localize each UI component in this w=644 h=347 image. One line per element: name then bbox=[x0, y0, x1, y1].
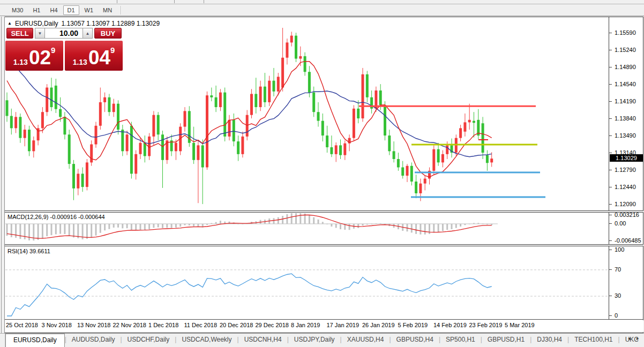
candle-body bbox=[130, 126, 133, 174]
symbol-tab-gbpusd-h1[interactable]: GBPUSD,H1 bbox=[482, 334, 530, 346]
candle-body bbox=[259, 87, 262, 107]
symbol-tab-usdchf-daily[interactable]: USDCHF,Daily bbox=[122, 334, 175, 346]
price-axis-label: 1.14190 bbox=[615, 98, 636, 104]
price-axis[interactable]: 1.155901.152401.148901.145401.141901.138… bbox=[609, 17, 644, 319]
sell-price-big: 02 bbox=[29, 50, 51, 66]
tab-scroll-left-icon[interactable]: ◂ bbox=[628, 336, 631, 341]
symbol-tab-usdjpy-daily[interactable]: USDJPY,Daily bbox=[289, 334, 340, 346]
candle-body bbox=[482, 123, 484, 153]
sell-button[interactable]: SELL bbox=[6, 28, 33, 39]
candle-body bbox=[286, 42, 288, 57]
macd-histogram-bar bbox=[451, 224, 453, 229]
macd-histogram-bar bbox=[55, 224, 57, 235]
macd-histogram-bar bbox=[335, 224, 337, 228]
top-toolbar-strip bbox=[0, 0, 644, 4]
candle-body bbox=[113, 104, 115, 112]
candle-body bbox=[268, 81, 271, 102]
candle-body bbox=[468, 120, 471, 123]
candle-body bbox=[304, 56, 306, 72]
one-click-trade-panel: SELL ▼ 10.00 ▲ BUY 1.13 02 9 1.13 04 9 bbox=[5, 28, 123, 71]
left-groove-line bbox=[1, 17, 2, 333]
time-axis[interactable]: 25 Oct 20183 Nov 201813 Nov 201822 Nov 2… bbox=[5, 320, 643, 332]
candle-body bbox=[201, 145, 204, 167]
symbol-tab-usdcad-weekly[interactable]: USDCAD,Weekly bbox=[176, 334, 237, 346]
candle-body bbox=[41, 112, 44, 128]
candle-body bbox=[419, 184, 422, 193]
axis-tick bbox=[609, 187, 612, 187]
macd-histogram-bar bbox=[100, 224, 101, 233]
sell-price-box[interactable]: 1.13 02 9 bbox=[5, 41, 63, 71]
candle-body bbox=[277, 77, 280, 91]
macd-histogram-bar bbox=[162, 224, 163, 228]
candle-body bbox=[32, 140, 35, 151]
candle-body bbox=[59, 109, 62, 117]
macd-histogram-bar bbox=[469, 224, 470, 224]
volume-input[interactable]: 10.00 bbox=[44, 28, 83, 39]
symbol-tab-sp500-h1[interactable]: SP500,H1 bbox=[440, 334, 481, 346]
macd-histogram-bar bbox=[433, 224, 435, 232]
symbol-tab-gbpusd-h4[interactable]: GBPUSD,H4 bbox=[391, 334, 439, 346]
time-axis-label: 8 Jan 2019 bbox=[291, 322, 320, 328]
candle-body bbox=[317, 112, 320, 120]
timeframe-button-m30[interactable]: M30 bbox=[8, 5, 27, 15]
rsi-line bbox=[7, 274, 492, 316]
rsi-axis-label: 100 bbox=[615, 246, 624, 253]
macd-histogram-bar bbox=[19, 224, 21, 239]
volume-up-button[interactable]: ▲ bbox=[83, 28, 93, 39]
symbol-tab-xauusd-h4[interactable]: XAUUSD,H4 bbox=[342, 334, 390, 346]
macd-histogram-bar bbox=[340, 224, 341, 229]
axis-tick bbox=[609, 153, 612, 153]
timeframe-button-w1[interactable]: W1 bbox=[80, 5, 98, 15]
chart-header: ▲ EURUSD,Daily 1.13057 1.13097 1.12889 1… bbox=[8, 20, 160, 27]
price-axis-label: 1.12090 bbox=[615, 201, 636, 207]
price-axis-label: 1.15590 bbox=[615, 29, 636, 36]
macd-histogram-bar bbox=[148, 224, 150, 229]
macd-histogram-bar bbox=[113, 224, 115, 228]
price-axis-label: 1.14890 bbox=[615, 64, 636, 70]
candle-body bbox=[343, 144, 346, 155]
tab-bar-stub bbox=[0, 334, 5, 347]
time-axis-label: 22 Nov 2018 bbox=[113, 322, 146, 328]
macd-histogram-bar bbox=[211, 223, 212, 224]
pane-divider-rsi[interactable] bbox=[5, 244, 643, 246]
timeframe-button-h4[interactable]: H4 bbox=[46, 5, 62, 15]
pane-divider-macd[interactable] bbox=[5, 210, 643, 213]
candle-body bbox=[95, 126, 98, 145]
macd-label: MACD(12,26,9) -0.000916 -0.000644 bbox=[8, 214, 105, 220]
macd-histogram-bar bbox=[144, 224, 146, 230]
candle-body bbox=[223, 93, 226, 137]
macd-histogram-bar bbox=[349, 224, 350, 230]
timeframe-button-mn[interactable]: MN bbox=[99, 5, 116, 15]
tab-scroll-right-icon[interactable]: ▸ bbox=[636, 336, 639, 341]
macd-histogram-bar bbox=[206, 224, 208, 225]
macd-histogram-bar bbox=[380, 223, 381, 224]
candle-body bbox=[206, 95, 208, 167]
macd-histogram-bar bbox=[429, 224, 430, 234]
macd-histogram-bar bbox=[313, 217, 314, 224]
timeframe-button-d1[interactable]: D1 bbox=[63, 5, 79, 15]
symbol-tab-tech100-h1[interactable]: TECH100,H1 bbox=[569, 334, 618, 346]
timeframe-button-h1[interactable]: H1 bbox=[28, 5, 44, 15]
axis-tick bbox=[609, 33, 612, 33]
time-axis-label: 11 Dec 2018 bbox=[184, 322, 218, 328]
symbol-tab-eurusd-daily[interactable]: EURUSD,Daily bbox=[5, 334, 65, 347]
symbol-tab-ukc[interactable]: UKC bbox=[620, 334, 644, 346]
time-axis-label: 13 Nov 2018 bbox=[77, 322, 110, 328]
price-axis-label: 1.13490 bbox=[615, 132, 636, 139]
symbol-tab-usdcnh-h4[interactable]: USDCNH,H4 bbox=[239, 334, 287, 346]
symbol-tab-audusd-daily[interactable]: AUDUSD,Daily bbox=[66, 334, 121, 346]
candle-body bbox=[463, 122, 466, 131]
macd-axis-label: 0.00 bbox=[615, 220, 626, 227]
candle-body bbox=[441, 154, 444, 163]
price-axis-label: 1.15240 bbox=[615, 47, 636, 53]
macd-histogram-bar bbox=[158, 224, 159, 228]
collapse-icon[interactable]: ▲ bbox=[8, 21, 12, 26]
candle-body bbox=[250, 94, 253, 115]
symbol-tab-dj30-h4[interactable]: DJ30,H4 bbox=[531, 334, 567, 346]
volume-down-button[interactable]: ▼ bbox=[35, 28, 45, 39]
macd-histogram-bar bbox=[46, 224, 48, 236]
candle-body bbox=[19, 117, 21, 138]
buy-button[interactable]: BUY bbox=[94, 28, 122, 39]
buy-price-box[interactable]: 1.13 04 9 bbox=[65, 41, 123, 71]
candle-body bbox=[72, 164, 75, 188]
